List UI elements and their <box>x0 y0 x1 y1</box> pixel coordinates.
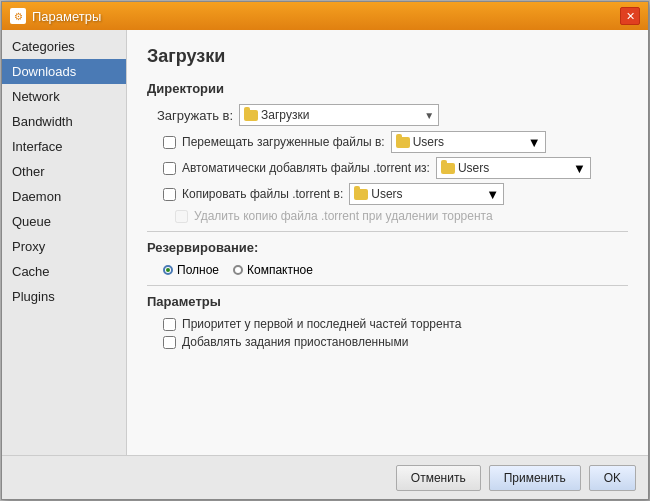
auto-add-checkbox[interactable] <box>163 162 176 175</box>
main-content: Загрузки Директории Загружать в: Загрузк… <box>127 30 648 455</box>
save-to-label: Загружать в: <box>157 108 233 123</box>
sidebar-item-categories[interactable]: Categories <box>2 34 126 59</box>
copy-select[interactable]: Users ▼ <box>349 183 504 205</box>
divider-2 <box>147 285 628 286</box>
titlebar-left: ⚙ Параметры <box>10 8 101 24</box>
folder-icon-move <box>396 137 410 148</box>
save-to-row: Загружать в: Загрузки ▼ <box>147 104 628 126</box>
backup-full-option[interactable]: Полное <box>163 263 219 277</box>
footer: Отменить Применить OK <box>2 455 648 499</box>
copy-value: Users <box>371 187 486 201</box>
backup-compact-option[interactable]: Компактное <box>233 263 313 277</box>
sidebar-item-bandwidth[interactable]: Bandwidth <box>2 109 126 134</box>
auto-add-row: Автоматически добавлять файлы .torrent и… <box>147 157 628 179</box>
folder-icon-auto-add <box>441 163 455 174</box>
auto-add-value: Users <box>458 161 573 175</box>
priority-checkbox[interactable] <box>163 318 176 331</box>
priority-row: Приоритет у первой и последней частей то… <box>147 317 628 331</box>
auto-add-select[interactable]: Users ▼ <box>436 157 591 179</box>
params-title: Параметры <box>147 294 628 309</box>
folder-icon <box>244 110 258 121</box>
move-row: Перемещать загруженные файлы в: Users ▼ <box>147 131 628 153</box>
sidebar-item-network[interactable]: Network <box>2 84 126 109</box>
move-value: Users <box>413 135 528 149</box>
divider-1 <box>147 231 628 232</box>
save-to-select[interactable]: Загрузки ▼ <box>239 104 439 126</box>
add-paused-row: Добавлять задания приостановленными <box>147 335 628 349</box>
window-title: Параметры <box>32 9 101 24</box>
move-checkbox[interactable] <box>163 136 176 149</box>
auto-add-dropdown-arrow-icon: ▼ <box>573 161 586 176</box>
sidebar-item-downloads[interactable]: Downloads <box>2 59 126 84</box>
save-to-value: Загрузки <box>261 108 420 122</box>
copy-checkbox[interactable] <box>163 188 176 201</box>
apply-button[interactable]: Применить <box>489 465 581 491</box>
delete-torrent-checkbox[interactable] <box>175 210 188 223</box>
folder-icon-copy <box>354 189 368 200</box>
backup-compact-radio[interactable] <box>233 265 243 275</box>
move-select[interactable]: Users ▼ <box>391 131 546 153</box>
copy-row: Копировать файлы .torrent в: Users ▼ <box>147 183 628 205</box>
page-title: Загрузки <box>147 46 628 67</box>
backup-full-label: Полное <box>177 263 219 277</box>
titlebar: ⚙ Параметры ✕ <box>2 2 648 30</box>
backup-full-radio[interactable] <box>163 265 173 275</box>
copy-dropdown-arrow-icon: ▼ <box>486 187 499 202</box>
sidebar-item-daemon[interactable]: Daemon <box>2 184 126 209</box>
add-paused-checkbox[interactable] <box>163 336 176 349</box>
delete-torrent-label: Удалить копию файла .torrent при удалени… <box>194 209 493 223</box>
directories-title: Директории <box>147 81 628 96</box>
sidebar-item-proxy[interactable]: Proxy <box>2 234 126 259</box>
sidebar-item-other[interactable]: Other <box>2 159 126 184</box>
add-paused-label: Добавлять задания приостановленными <box>182 335 408 349</box>
move-label: Перемещать загруженные файлы в: <box>182 135 385 149</box>
ok-button[interactable]: OK <box>589 465 636 491</box>
sidebar-item-plugins[interactable]: Plugins <box>2 284 126 309</box>
delete-torrent-row: Удалить копию файла .torrent при удалени… <box>147 209 628 223</box>
sidebar-item-interface[interactable]: Interface <box>2 134 126 159</box>
backup-title: Резервирование: <box>147 240 628 255</box>
backup-radio-group: Полное Компактное <box>147 263 628 277</box>
sidebar: Categories Downloads Network Bandwidth I… <box>2 30 127 455</box>
auto-add-label: Автоматически добавлять файлы .torrent и… <box>182 161 430 175</box>
priority-label: Приоритет у первой и последней частей то… <box>182 317 461 331</box>
close-button[interactable]: ✕ <box>620 7 640 25</box>
copy-label: Копировать файлы .torrent в: <box>182 187 343 201</box>
content-area: Categories Downloads Network Bandwidth I… <box>2 30 648 455</box>
move-dropdown-arrow-icon: ▼ <box>528 135 541 150</box>
cancel-button[interactable]: Отменить <box>396 465 481 491</box>
backup-compact-label: Компактное <box>247 263 313 277</box>
app-icon: ⚙ <box>10 8 26 24</box>
window: ⚙ Параметры ✕ Categories Downloads Netwo… <box>1 1 649 500</box>
dropdown-arrow-icon: ▼ <box>424 110 434 121</box>
sidebar-item-queue[interactable]: Queue <box>2 209 126 234</box>
sidebar-item-cache[interactable]: Cache <box>2 259 126 284</box>
